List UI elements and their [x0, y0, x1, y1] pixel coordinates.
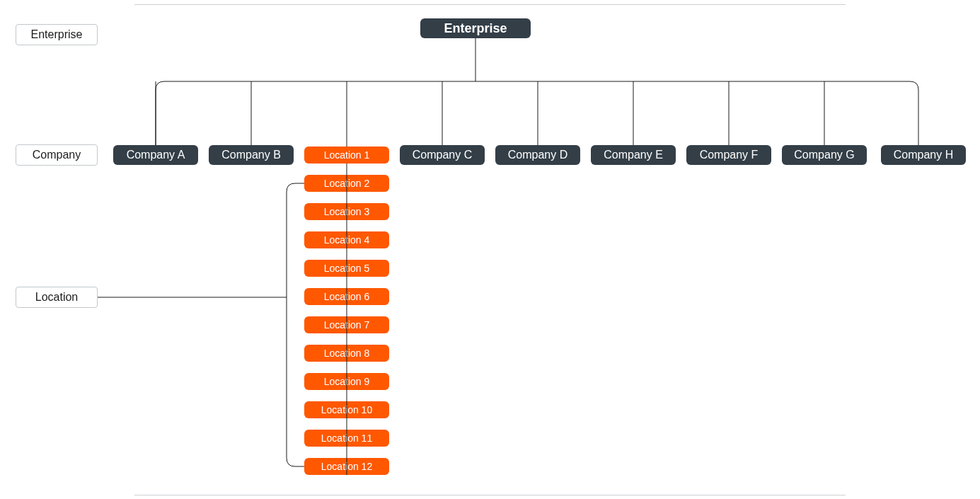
- node-location-10: Location 10: [304, 401, 389, 418]
- node-company-f: Company F: [686, 145, 771, 165]
- legend-company: Company: [16, 144, 98, 166]
- node-location-4: Location 4: [304, 231, 389, 248]
- node-company-g: Company G: [782, 145, 867, 165]
- node-company-d: Company D: [495, 145, 580, 165]
- node-company-c: Company C: [400, 145, 485, 165]
- node-location-11: Location 11: [304, 430, 389, 447]
- node-enterprise: Enterprise: [420, 18, 531, 38]
- node-company-h: Company H: [881, 145, 966, 165]
- org-hierarchy-diagram: Enterprise Company Location Enterprise C…: [0, 0, 980, 499]
- node-company-b: Company B: [209, 145, 294, 165]
- node-company-e: Company E: [591, 145, 676, 165]
- node-location-12: Location 12: [304, 458, 389, 475]
- node-location-5: Location 5: [304, 260, 389, 277]
- node-company-a: Company A: [113, 145, 198, 165]
- separator-top: [134, 4, 846, 5]
- legend-enterprise: Enterprise: [16, 24, 98, 45]
- node-location-7: Location 7: [304, 316, 389, 333]
- legend-location: Location: [16, 287, 98, 308]
- node-location-9: Location 9: [304, 373, 389, 390]
- node-location-8: Location 8: [304, 345, 389, 362]
- node-location-3: Location 3: [304, 203, 389, 220]
- node-location-6: Location 6: [304, 288, 389, 305]
- separator-bottom: [134, 495, 846, 495]
- node-location-1: Location 1: [304, 147, 389, 164]
- node-location-2: Location 2: [304, 175, 389, 192]
- connector-lines: [0, 0, 980, 499]
